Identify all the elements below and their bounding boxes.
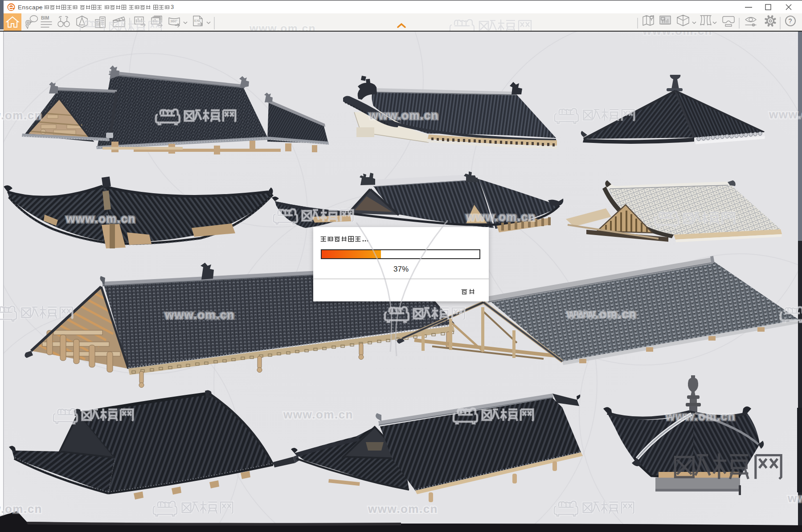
svg-text:3: 3 xyxy=(171,4,174,10)
svg-text:-: - xyxy=(39,4,41,10)
svg-text:EXE: EXE xyxy=(194,19,200,22)
svg-text:www.om.cn: www.om.cn xyxy=(164,308,235,321)
svg-text:www.om.cn: www.om.cn xyxy=(283,408,353,421)
svg-text:www.om.cn: www.om.cn xyxy=(787,491,802,505)
svg-text:www.om.cn: www.om.cn xyxy=(0,109,42,122)
svg-text:www.om.cn: www.om.cn xyxy=(566,307,637,321)
svg-text:?: ? xyxy=(789,17,792,24)
svg-text:360°: 360° xyxy=(170,19,178,23)
svg-text:www.om.cn: www.om.cn xyxy=(466,210,536,223)
svg-text:www.om.cn: www.om.cn xyxy=(65,212,136,225)
svg-text:www.om.cn: www.om.cn xyxy=(368,109,439,122)
svg-text:BIM: BIM xyxy=(41,16,49,20)
svg-text:www.om.cn: www.om.cn xyxy=(249,22,316,31)
svg-text:www.om.cn: www.om.cn xyxy=(0,502,42,516)
svg-text:www.om.cn: www.om.cn xyxy=(769,108,802,121)
svg-text:www.om.cn: www.om.cn xyxy=(665,410,736,423)
svg-text:www.om.cn: www.om.cn xyxy=(368,502,438,516)
